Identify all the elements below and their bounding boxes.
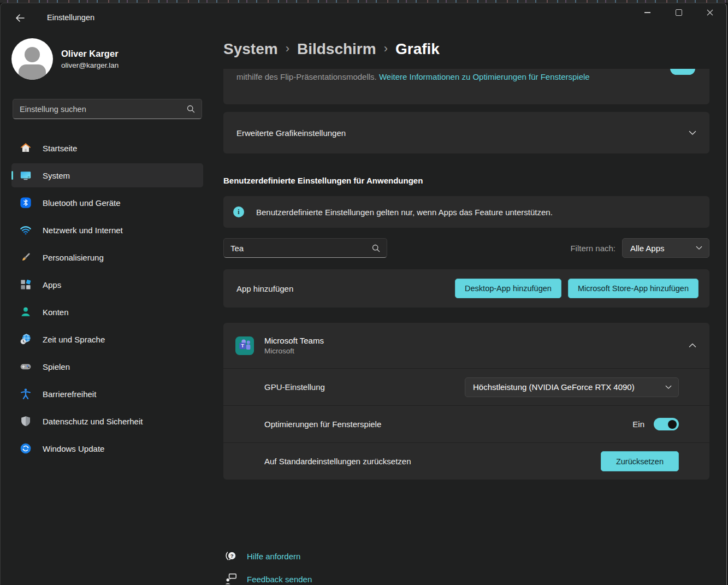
teams-app-icon: T bbox=[235, 336, 254, 355]
user-email: oliver@karger.lan bbox=[61, 61, 119, 69]
breadcrumb: System › Bildschirm › Grafik bbox=[223, 40, 440, 58]
sidebar-item-label: Konten bbox=[43, 308, 69, 317]
sidebar-item-windows-update[interactable]: Windows Update bbox=[11, 436, 203, 460]
filter-label: Filtern nach: bbox=[570, 244, 615, 253]
send-feedback-link[interactable]: Feedback senden bbox=[224, 572, 709, 585]
sidebar-nav: Startseite System Bluetooth und Geräte bbox=[11, 136, 203, 464]
sidebar-item-bluetooth[interactable]: Bluetooth und Geräte bbox=[11, 191, 203, 215]
home-icon bbox=[20, 142, 32, 154]
gamepad-icon bbox=[20, 361, 32, 373]
add-store-app-button[interactable]: Microsoft Store-App hinzufügen bbox=[568, 279, 699, 298]
globe-clock-icon bbox=[20, 333, 32, 345]
fensterspiele-description: mithilfe des Flip-Präsentationsmodells. … bbox=[236, 70, 619, 83]
filter-dropdown[interactable]: Alle Apps bbox=[622, 238, 709, 258]
selected-indicator bbox=[11, 171, 13, 180]
sidebar-item-netzwerk[interactable]: Netzwerk und Internet bbox=[11, 218, 203, 242]
sidebar-item-apps[interactable]: Apps bbox=[11, 273, 203, 297]
wifi-icon bbox=[20, 224, 32, 236]
teams-subtitle: Microsoft bbox=[264, 347, 689, 355]
sidebar-item-label: Bluetooth und Geräte bbox=[43, 198, 121, 208]
settings-search-box[interactable] bbox=[13, 99, 202, 119]
optimierungen-label: Optimierungen für Fensterspiele bbox=[264, 419, 632, 429]
user-name: Oliver Karger bbox=[61, 49, 119, 59]
sidebar-item-label: Windows Update bbox=[43, 444, 104, 453]
info-banner-text: Benutzerdefinierte Einstellungen gelten … bbox=[256, 208, 553, 217]
teams-expander-header[interactable]: T Microsoft Teams Microsoft bbox=[223, 323, 709, 368]
sidebar-item-spielen[interactable]: Spielen bbox=[11, 354, 203, 379]
sidebar-item-label: Netzwerk und Internet bbox=[43, 226, 123, 235]
reset-button[interactable]: Zurücksetzen bbox=[601, 451, 679, 471]
erweiterte-grafikeinstellungen-label: Erweiterte Grafikeinstellungen bbox=[236, 128, 689, 138]
chevron-down-icon bbox=[665, 385, 672, 389]
settings-search-input[interactable] bbox=[13, 105, 187, 114]
teams-app-card: T Microsoft Teams Microsoft GPU-Einstell… bbox=[223, 323, 709, 480]
filter-dropdown-value: Alle Apps bbox=[630, 244, 665, 253]
sidebar-item-datenschutz[interactable]: Datenschutz und Sicherheit bbox=[11, 409, 203, 433]
sidebar-item-konten[interactable]: Konten bbox=[11, 300, 203, 324]
shield-icon bbox=[20, 415, 32, 427]
display-icon bbox=[20, 169, 32, 181]
sidebar-item-startseite[interactable]: Startseite bbox=[11, 136, 203, 160]
search-icon bbox=[187, 105, 195, 113]
search-icon bbox=[372, 244, 380, 252]
gpu-setting-dropdown[interactable]: Höchstleistung (NVIDIA GeForce RTX 4090) bbox=[465, 377, 679, 397]
sidebar-item-label: Spielen bbox=[43, 362, 70, 371]
breadcrumb-grafik: Grafik bbox=[395, 40, 440, 58]
breadcrumb-bildschirm[interactable]: Bildschirm bbox=[297, 40, 376, 58]
accessibility-icon bbox=[20, 388, 32, 400]
fensterspiele-optimierung-card: mithilfe des Flip-Präsentationsmodells. … bbox=[223, 69, 709, 104]
gpu-setting-row: GPU-Einstellung Höchstleistung (NVIDIA G… bbox=[223, 368, 709, 405]
fensterspiele-toggle-partial[interactable] bbox=[670, 69, 695, 75]
breadcrumb-separator: › bbox=[286, 42, 289, 56]
sidebar-item-label: Zeit und Sprache bbox=[43, 335, 105, 344]
sidebar-item-personalisierung[interactable]: Personalisierung bbox=[11, 245, 203, 269]
erweiterte-grafikeinstellungen-expander[interactable]: Erweiterte Grafikeinstellungen bbox=[223, 112, 709, 153]
optimierungen-toggle[interactable] bbox=[654, 418, 679, 430]
gpu-setting-label: GPU-Einstellung bbox=[264, 382, 465, 392]
breadcrumb-system[interactable]: System bbox=[223, 40, 278, 58]
user-account[interactable]: Oliver Karger oliver@karger.lan bbox=[11, 38, 119, 80]
sidebar: Oliver Karger oliver@karger.lan Startsei… bbox=[1, 3, 223, 585]
sidebar-item-label: Barrierefreiheit bbox=[43, 389, 96, 399]
sidebar-item-zeit-sprache[interactable]: Zeit und Sprache bbox=[11, 327, 203, 351]
add-desktop-app-button[interactable]: Desktop-App hinzufügen bbox=[455, 279, 561, 298]
footer-links: ? Hilfe anfordern Feedback senden bbox=[224, 549, 709, 585]
app-search-input[interactable] bbox=[224, 244, 372, 253]
settings-window: Einstellungen Oliver Karger oliver@karge… bbox=[0, 3, 727, 585]
breadcrumb-separator: › bbox=[384, 42, 388, 56]
get-help-link[interactable]: ? Hilfe anfordern bbox=[224, 549, 709, 563]
sidebar-item-label: System bbox=[43, 171, 70, 180]
sidebar-item-label: Personalisierung bbox=[43, 253, 104, 262]
sidebar-item-label: Datenschutz und Sicherheit bbox=[43, 417, 143, 426]
avatar bbox=[11, 38, 53, 80]
add-app-label: App hinzufügen bbox=[236, 284, 448, 293]
send-feedback-label: Feedback senden bbox=[247, 575, 312, 584]
app-search-box[interactable] bbox=[223, 238, 387, 258]
sidebar-item-system[interactable]: System bbox=[11, 163, 203, 187]
reset-label: Auf Standardeinstellungen zurücksetzen bbox=[264, 457, 601, 466]
main-content: System › Bildschirm › Grafik mithilfe de… bbox=[223, 3, 709, 585]
fensterspiele-optimierung-row: Optimierungen für Fensterspiele Ein bbox=[223, 405, 709, 442]
help-bubble-icon: ? bbox=[224, 549, 238, 563]
bluetooth-icon bbox=[20, 197, 32, 209]
toggle-knob bbox=[668, 420, 677, 429]
sidebar-item-barrierefreiheit[interactable]: Barrierefreiheit bbox=[11, 382, 203, 406]
apps-icon bbox=[20, 279, 32, 291]
get-help-label: Hilfe anfordern bbox=[247, 552, 300, 561]
chevron-up-icon bbox=[689, 343, 696, 348]
person-icon bbox=[20, 306, 32, 318]
teams-title: Microsoft Teams bbox=[264, 336, 689, 345]
chevron-down-icon bbox=[696, 246, 702, 250]
sidebar-item-label: Startseite bbox=[43, 144, 77, 153]
app-filter-row: Filtern nach: Alle Apps bbox=[223, 238, 709, 258]
svg-text:?: ? bbox=[230, 553, 234, 559]
info-icon: i bbox=[233, 206, 244, 217]
brush-icon bbox=[20, 251, 32, 263]
fensterspiele-info-link[interactable]: Weitere Informationen zu Optimierungen f… bbox=[379, 72, 590, 81]
reset-row: Auf Standardeinstellungen zurücksetzen Z… bbox=[223, 442, 709, 480]
svg-text:T: T bbox=[241, 343, 245, 348]
feedback-icon bbox=[224, 572, 238, 585]
gpu-setting-value: Höchstleistung (NVIDIA GeForce RTX 4090) bbox=[473, 382, 635, 392]
chevron-down-icon bbox=[689, 131, 696, 135]
info-banner: i Benutzerdefinierte Einstellungen gelte… bbox=[223, 196, 709, 228]
